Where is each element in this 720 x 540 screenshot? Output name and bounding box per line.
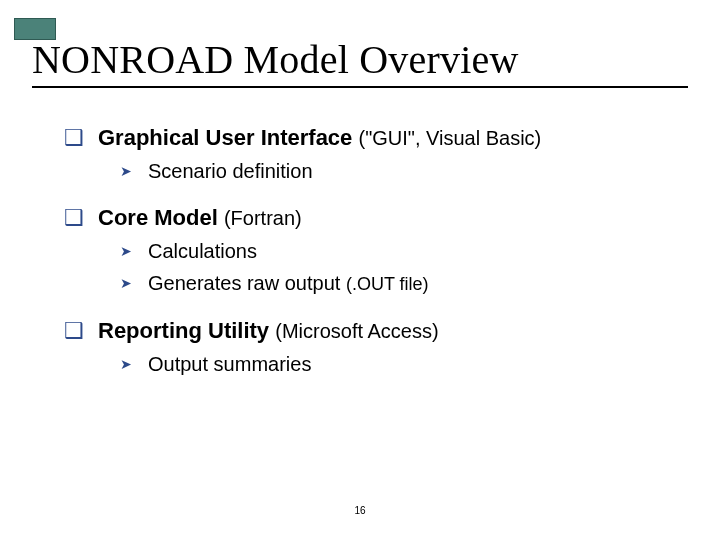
heading-label: Core Model	[98, 205, 218, 230]
heading-gui: ❑ Graphical User Interface ("GUI", Visua…	[64, 124, 680, 152]
section-core-model: ❑ Core Model (Fortran) ➤ Calculations ➤ …	[64, 204, 680, 297]
title-underline	[32, 86, 688, 88]
item-calculations: ➤ Calculations	[120, 238, 680, 264]
chevron-right-icon: ➤	[120, 158, 134, 184]
chevron-right-icon: ➤	[120, 238, 134, 264]
page-number: 16	[0, 505, 720, 516]
heading-text: Reporting Utility (Microsoft Access)	[98, 317, 439, 345]
heading-reporting-utility: ❑ Reporting Utility (Microsoft Access)	[64, 317, 680, 345]
heading-label: Reporting Utility	[98, 318, 269, 343]
item-output-summaries: ➤ Output summaries	[120, 351, 680, 377]
item-text: Calculations	[148, 238, 257, 264]
item-text: Scenario definition	[148, 158, 313, 184]
bullet-icon: ❑	[64, 124, 84, 152]
item-scenario-definition: ➤ Scenario definition	[120, 158, 680, 184]
item-paren: (.OUT file)	[346, 274, 429, 294]
heading-text: Graphical User Interface ("GUI", Visual …	[98, 124, 541, 152]
heading-label: Graphical User Interface	[98, 125, 352, 150]
item-text: Generates raw output (.OUT file)	[148, 270, 429, 297]
heading-paren: (Microsoft Access)	[275, 320, 438, 342]
item-text: Output summaries	[148, 351, 311, 377]
bullet-icon: ❑	[64, 204, 84, 232]
bullet-icon: ❑	[64, 317, 84, 345]
item-generates-raw-output: ➤ Generates raw output (.OUT file)	[120, 270, 680, 297]
section-reporting-utility: ❑ Reporting Utility (Microsoft Access) ➤…	[64, 317, 680, 377]
heading-paren: (Fortran)	[224, 207, 302, 229]
chevron-right-icon: ➤	[120, 351, 134, 377]
heading-text: Core Model (Fortran)	[98, 204, 302, 232]
item-main-text: Generates raw output	[148, 272, 346, 294]
heading-core-model: ❑ Core Model (Fortran)	[64, 204, 680, 232]
heading-paren: ("GUI", Visual Basic)	[358, 127, 541, 149]
page-title: NONROAD Model Overview	[32, 36, 519, 83]
chevron-right-icon: ➤	[120, 270, 134, 296]
section-gui: ❑ Graphical User Interface ("GUI", Visua…	[64, 124, 680, 184]
content-area: ❑ Graphical User Interface ("GUI", Visua…	[64, 124, 680, 397]
